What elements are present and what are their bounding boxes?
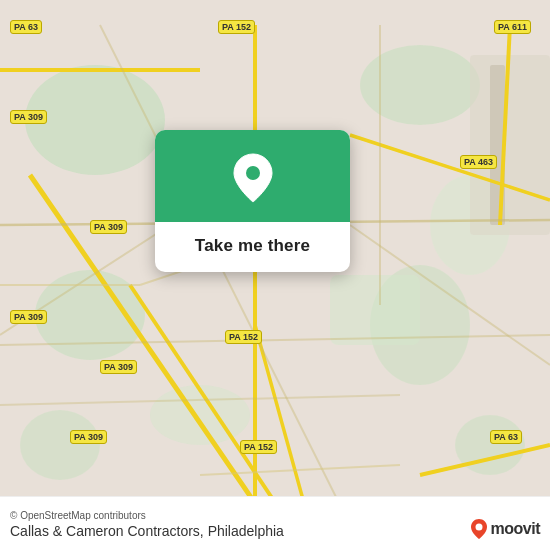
svg-point-9 [150,385,250,445]
moovit-logo: moovit [470,518,540,540]
road-badge-pa309-mid2: PA 309 [10,310,47,324]
road-badge-pa152-top: PA 152 [218,20,255,34]
road-badge-pa309-left: PA 309 [10,110,47,124]
bottom-bar: © OpenStreetMap contributors Callas & Ca… [0,496,550,550]
moovit-brand-text: moovit [491,520,540,538]
attribution-text: © OpenStreetMap contributors [10,510,540,521]
road-badge-pa611: PA 611 [494,20,531,34]
road-badge-pa309-btm: PA 309 [70,430,107,444]
svg-point-6 [20,410,100,480]
svg-rect-10 [470,55,550,235]
road-badge-pa152-btm: PA 152 [240,440,277,454]
popup-card: Take me there [155,130,350,272]
moovit-pin-icon [470,518,488,540]
road-badge-pa463: PA 463 [460,155,497,169]
svg-rect-8 [330,275,420,345]
popup-green-section [155,130,350,222]
svg-point-30 [246,166,260,180]
road-badge-pa309-mid1: PA 309 [90,220,127,234]
location-pin-icon [231,152,275,204]
svg-point-2 [360,45,480,125]
svg-point-31 [475,524,482,531]
location-title: Callas & Cameron Contractors, Philadelph… [10,523,540,539]
road-badge-pa152-mid: PA 152 [225,330,262,344]
road-badge-pa309-mid3: PA 309 [100,360,137,374]
road-badge-pa63-btm: PA 63 [490,430,522,444]
map-container: PA 63 PA 152 PA 611 PA 309 PA 463 PA 309… [0,0,550,550]
road-badge-pa63-top: PA 63 [10,20,42,34]
take-me-there-button[interactable]: Take me there [185,222,320,272]
